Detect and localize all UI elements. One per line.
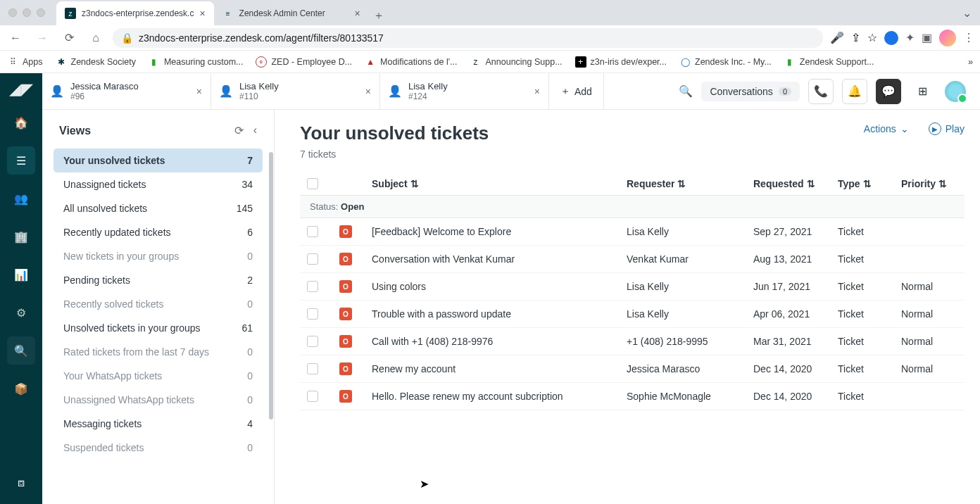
- panel-icon[interactable]: ▣: [922, 31, 932, 44]
- view-item[interactable]: Suspended tickets0: [54, 436, 263, 460]
- play-button[interactable]: ▶Play: [929, 122, 965, 135]
- search-icon[interactable]: 🔍: [679, 84, 693, 98]
- notifications-button[interactable]: 🔔: [842, 79, 867, 104]
- view-item[interactable]: Unsolved tickets in your groups61: [54, 316, 263, 340]
- row-checkbox[interactable]: [307, 226, 318, 237]
- rail-reporting-icon[interactable]: 📊: [7, 260, 35, 289]
- bookmark[interactable]: ∘ZED - Employee D...: [256, 56, 352, 68]
- table-row[interactable]: OConversation with Venkat KumarVenkat Ku…: [300, 246, 965, 273]
- view-count: 0: [247, 442, 253, 453]
- close-icon[interactable]: ×: [196, 86, 202, 97]
- chat-button[interactable]: 💬: [876, 79, 901, 104]
- table-row[interactable]: O[Feedback] Welcome to ExploreLisa Kelly…: [300, 218, 965, 246]
- ticket-count: 7 tickets: [300, 149, 489, 160]
- tabs-overflow-icon[interactable]: ⌄: [962, 6, 972, 20]
- agent-avatar[interactable]: [943, 80, 967, 103]
- close-tab-icon[interactable]: ×: [354, 8, 360, 19]
- extension-icon[interactable]: [884, 31, 898, 45]
- bookmark[interactable]: ✱Zendesk Society: [56, 56, 136, 68]
- close-icon[interactable]: ×: [365, 86, 371, 97]
- row-checkbox[interactable]: [307, 308, 318, 320]
- rail-search-icon[interactable]: 🔍: [7, 336, 35, 365]
- status-badge: O: [339, 335, 352, 348]
- view-item[interactable]: Your unsolved tickets7: [54, 149, 263, 172]
- col-type[interactable]: Type ⇅: [838, 178, 901, 189]
- ticket-tab[interactable]: 👤 Lisa Kelly#124 ×: [380, 73, 549, 109]
- view-item[interactable]: Unassigned tickets34: [54, 172, 263, 196]
- rail-apps-icon[interactable]: 📦: [7, 374, 35, 403]
- row-checkbox[interactable]: [307, 363, 318, 374]
- view-label: Recently solved tickets: [63, 298, 163, 310]
- view-item[interactable]: Unassigned WhatsApp tickets0: [54, 388, 263, 412]
- ticket-tab[interactable]: 👤 Lisa Kelly#110 ×: [211, 73, 380, 109]
- refresh-icon[interactable]: ⟳: [234, 124, 244, 137]
- ticket-tab[interactable]: 👤 Jessica Marasco#96 ×: [42, 73, 211, 109]
- table-row[interactable]: OCall with +1 (408) 218-9976+1 (408) 218…: [300, 328, 965, 355]
- view-item[interactable]: Pending tickets2: [54, 268, 263, 292]
- rail-admin-icon[interactable]: ⚙: [7, 298, 35, 327]
- bookmark[interactable]: ◯Zendesk Inc. - My...: [679, 56, 772, 68]
- select-all-checkbox[interactable]: [307, 178, 318, 189]
- view-item[interactable]: All unsolved tickets145: [54, 196, 263, 220]
- bookmark[interactable]: +z3n-iris dev/exper...: [575, 56, 667, 68]
- star-icon[interactable]: ☆: [867, 31, 877, 44]
- zendesk-logo-icon[interactable]: ◢◤: [9, 80, 33, 99]
- reload-button[interactable]: ⟳: [59, 28, 79, 48]
- rail-product-icon[interactable]: ⧈: [7, 469, 35, 497]
- browser-avatar[interactable]: [939, 30, 956, 46]
- view-item[interactable]: Recently updated tickets6: [54, 220, 263, 244]
- rail-views-icon[interactable]: ☰: [7, 146, 35, 175]
- bookmark[interactable]: ▲Modifications de l'...: [365, 56, 457, 68]
- bookmark[interactable]: ⠿Apps: [7, 56, 43, 68]
- bookmark[interactable]: ▮Zendesk Support...: [784, 56, 874, 68]
- table-row[interactable]: OHello. Please renew my account subcript…: [300, 383, 965, 410]
- rail-org-icon[interactable]: 🏢: [7, 222, 35, 251]
- view-item[interactable]: Recently solved tickets0: [54, 292, 263, 316]
- rail-customers-icon[interactable]: 👥: [7, 184, 35, 213]
- row-checkbox[interactable]: [307, 253, 318, 265]
- table-row[interactable]: OUsing colorsLisa KellyJun 17, 2021Ticke…: [300, 273, 965, 301]
- view-item[interactable]: Rated tickets from the last 7 days0: [54, 340, 263, 364]
- col-requester[interactable]: Requester ⇅: [627, 178, 753, 189]
- actions-menu[interactable]: Actions⌄: [864, 123, 909, 134]
- new-tab-button[interactable]: ＋: [369, 6, 389, 25]
- cell-requested: Jun 17, 2021: [753, 281, 838, 292]
- conversations-button[interactable]: Conversations 0: [701, 82, 800, 101]
- collapse-icon[interactable]: ‹: [253, 124, 257, 137]
- browser-tab[interactable]: ≡ Zendesk Admin Center ×: [214, 1, 369, 25]
- extensions-icon[interactable]: ✦: [905, 31, 915, 44]
- traffic-lights[interactable]: [8, 8, 45, 17]
- table-row[interactable]: OTrouble with a password updateLisa Kell…: [300, 301, 965, 328]
- menu-icon[interactable]: ⋮: [963, 31, 974, 44]
- col-requested[interactable]: Requested ⇅: [753, 178, 838, 189]
- back-button[interactable]: ←: [6, 28, 25, 48]
- url-input[interactable]: 🔒 z3ndocs-enterprise.zendesk.com/agent/f…: [113, 28, 823, 48]
- scrollbar[interactable]: [268, 152, 274, 504]
- view-item[interactable]: New tickets in your groups0: [54, 244, 263, 268]
- view-label: Unsolved tickets in your groups: [63, 322, 201, 334]
- table-row[interactable]: ORenew my accountJessica MarascoDec 14, …: [300, 355, 965, 383]
- bookmarks-overflow-icon[interactable]: »: [968, 57, 973, 67]
- close-tab-icon[interactable]: ×: [199, 8, 205, 19]
- row-checkbox[interactable]: [307, 391, 318, 402]
- home-button[interactable]: ⌂: [86, 28, 106, 48]
- view-item[interactable]: Your WhatsApp tickets0: [54, 364, 263, 388]
- cell-requested: Dec 14, 2020: [753, 363, 838, 374]
- view-item[interactable]: Messaging tickets4: [54, 412, 263, 436]
- bookmark[interactable]: ▮Measuring custom...: [149, 56, 244, 68]
- rail-home-icon[interactable]: 🏠: [7, 108, 35, 137]
- bookmark[interactable]: zAnnouncing Supp...: [470, 56, 562, 68]
- col-priority[interactable]: Priority ⇅: [901, 178, 965, 189]
- close-icon[interactable]: ×: [534, 86, 540, 97]
- cell-requested: Apr 06, 2021: [753, 308, 838, 320]
- add-tab-button[interactable]: ＋Add: [549, 73, 604, 109]
- phone-button[interactable]: 📞: [808, 79, 834, 104]
- mic-icon[interactable]: 🎤: [830, 31, 844, 44]
- row-checkbox[interactable]: [307, 336, 318, 347]
- col-subject[interactable]: Subject ⇅: [372, 178, 627, 189]
- apps-grid-icon[interactable]: ⊞: [910, 79, 935, 104]
- row-checkbox[interactable]: [307, 281, 318, 292]
- browser-tab[interactable]: z z3ndocs-enterprise.zendesk.c ×: [56, 1, 214, 25]
- forward-button[interactable]: →: [32, 28, 52, 48]
- share-icon[interactable]: ⇪: [851, 31, 860, 44]
